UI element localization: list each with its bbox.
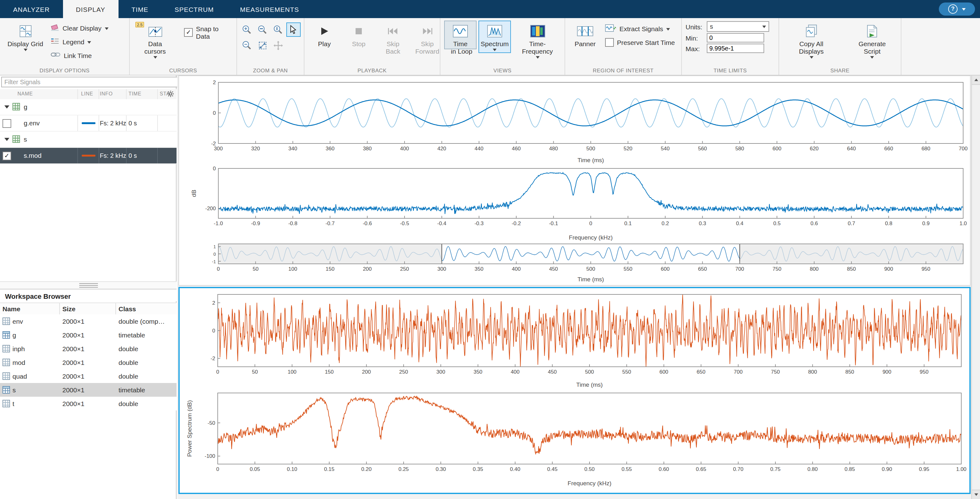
help-button[interactable]: ? [939, 3, 975, 16]
svg-text:300: 300 [436, 369, 445, 375]
time-view-button[interactable]: Time [444, 21, 477, 49]
expander-icon[interactable] [4, 138, 10, 141]
matrix-icon [3, 372, 10, 381]
svg-text:700: 700 [959, 146, 967, 152]
play-button[interactable]: Play [308, 21, 340, 49]
svg-text:0.3: 0.3 [698, 221, 706, 226]
scroll-up-button[interactable] [972, 75, 980, 85]
fit-view-icon[interactable] [255, 38, 269, 52]
data-cursors-button[interactable]: 2.5 Data cursors [134, 21, 177, 60]
svg-text:540: 540 [661, 146, 670, 152]
svg-text:560: 560 [698, 146, 707, 152]
signal-row[interactable]: ✓s.modFs: 2 kHz0 s [0, 148, 177, 164]
copy-all-displays-button[interactable]: Copy All Displays [783, 21, 840, 60]
display-1[interactable]: 3003203403603804004204404604805005205405… [178, 75, 970, 286]
panner-strip[interactable]: 0501001502002503003504004505005506006507… [180, 242, 969, 284]
svg-text:750: 750 [773, 266, 781, 272]
svg-text:-0.6: -0.6 [363, 221, 372, 226]
panner-icon [577, 22, 593, 39]
vertical-scrollbar[interactable] [971, 75, 980, 499]
svg-text:200: 200 [362, 369, 371, 375]
ribbon: Display Grid Clear Display Legend [0, 18, 980, 75]
pointer-icon[interactable] [286, 22, 301, 37]
chart-top-time[interactable]: 3003203403603804004204404604805005205405… [180, 77, 969, 165]
units-select[interactable]: s [707, 21, 769, 32]
svg-text:0.10: 0.10 [287, 466, 297, 472]
tab-time[interactable]: TIME [118, 0, 161, 18]
svg-text:700: 700 [734, 369, 743, 375]
zoom-out-icon[interactable] [240, 38, 254, 52]
svg-text:-0.8: -0.8 [288, 221, 297, 226]
svg-text:900: 900 [882, 369, 891, 375]
zoom-x-icon[interactable] [255, 22, 269, 37]
svg-text:50: 50 [252, 369, 258, 375]
ribbon-section-cursors: 2.5 Data cursors ✓ Snap to Data CURSORS [130, 18, 237, 75]
svg-text:150: 150 [326, 266, 334, 272]
legend-button[interactable]: Legend [49, 35, 110, 48]
snap-to-data-checkbox[interactable]: ✓ Snap to Data [182, 25, 234, 39]
max-time-input[interactable] [707, 44, 764, 53]
workspace-row[interactable]: inph2000×1double [0, 342, 177, 356]
svg-text:0.25: 0.25 [398, 466, 409, 472]
svg-text:0.80: 0.80 [808, 466, 818, 472]
filter-signals-input[interactable] [1, 77, 179, 87]
generate-script-button[interactable]: Generate Script [846, 21, 898, 60]
tab-analyzer[interactable]: ANALYZER [0, 0, 63, 18]
link-time-button[interactable]: Link Time [49, 49, 110, 62]
chart-bottom-spectrum[interactable]: 00.050.100.150.200.250.300.350.400.450.5… [180, 389, 969, 488]
skip-back-button[interactable]: Skip Back [377, 21, 409, 57]
chart-bottom-time[interactable]: 0501001502002503003504004505005506006507… [180, 289, 969, 389]
stop-button[interactable]: Stop [342, 21, 375, 49]
display-grid-button[interactable]: Display Grid [4, 21, 47, 53]
dropdown-caret [23, 49, 27, 51]
svg-text:500: 500 [585, 369, 594, 375]
pan-icon[interactable] [271, 38, 285, 52]
ribbon-section-share: Copy All Displays Generate Script SHARE [779, 18, 901, 75]
spectrum-view-button[interactable]: Spectrum [479, 21, 511, 53]
tab-measurements[interactable]: MEASUREMENTS [227, 0, 312, 18]
svg-text:0.85: 0.85 [845, 466, 855, 472]
zoom-in-icon[interactable] [240, 22, 254, 37]
svg-text:-2: -2 [210, 356, 215, 361]
svg-text:950: 950 [920, 369, 929, 375]
workspace-row[interactable]: env2000×1double (comp… [0, 315, 177, 328]
matrix-icon [3, 318, 10, 326]
skip-forward-button[interactable]: Skip Forward [411, 21, 444, 57]
tab-spectrum[interactable]: SPECTRUM [162, 0, 227, 18]
preserve-start-time-checkbox[interactable]: Preserve Start Time [603, 35, 677, 49]
workspace-table-header: Name Size Class [0, 302, 177, 315]
panner-button[interactable]: Panner [569, 21, 601, 49]
workspace-row[interactable]: g2000×1timetable [0, 328, 177, 342]
time-frequency-view-button[interactable]: Time-Frequency [513, 21, 562, 60]
workspace-row[interactable]: quad2000×1double [0, 369, 177, 383]
svg-text:0.75: 0.75 [770, 466, 780, 472]
extract-signals-button[interactable]: Extract Signals [603, 22, 677, 35]
scroll-down-button[interactable] [972, 489, 980, 499]
workspace-row[interactable]: s2000×1timetable [0, 383, 177, 397]
gear-icon[interactable] [167, 91, 174, 99]
stop-icon [354, 22, 363, 39]
workspace-row[interactable]: t2000×1double [0, 397, 177, 410]
svg-text:1: 1 [213, 244, 216, 249]
timetable-icon [3, 331, 10, 340]
expander-icon[interactable] [4, 105, 10, 108]
svg-text:-0.1: -0.1 [549, 221, 558, 226]
svg-text:-2: -2 [211, 141, 216, 146]
chart-top-spectrum[interactable]: -1.0-0.9-0.8-0.7-0.6-0.5-0.4-0.3-0.2-0.1… [180, 165, 969, 242]
zoom-y-icon[interactable] [271, 22, 285, 37]
dropdown-caret [105, 27, 108, 30]
tab-display[interactable]: DISPLAY [63, 0, 118, 18]
signal-row[interactable]: g.envFs: 2 kHz0 s [0, 115, 177, 132]
signal-checkbox[interactable]: ✓ [3, 152, 11, 160]
signal-group-row[interactable]: g [0, 99, 177, 115]
workspace-row[interactable]: mod2000×1double [0, 356, 177, 369]
dropdown-caret [810, 56, 813, 59]
clear-display-button[interactable]: Clear Display [49, 21, 110, 34]
min-time-input[interactable] [707, 33, 764, 43]
spectrum-view-icon [487, 22, 502, 39]
signal-group-row[interactable]: s [0, 132, 177, 148]
svg-text:0.65: 0.65 [696, 466, 706, 472]
display-2-selected[interactable]: 0501001502002503003504004505005506006507… [178, 287, 970, 494]
signal-checkbox[interactable] [3, 119, 11, 128]
svg-text:0.70: 0.70 [733, 466, 743, 472]
